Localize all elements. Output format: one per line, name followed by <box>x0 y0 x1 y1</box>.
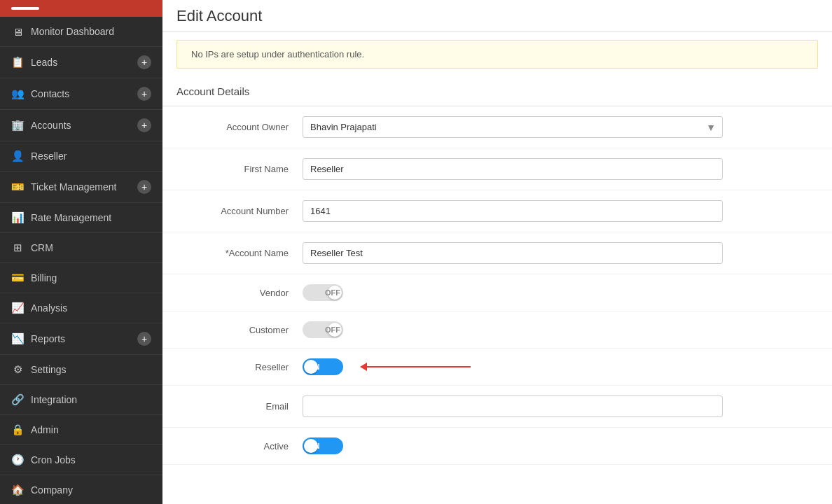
sidebar-item-ticket-management[interactable]: 🎫 Ticket Management + <box>0 172 162 203</box>
reseller-label: Reseller <box>176 362 303 372</box>
logo-bar <box>11 7 39 10</box>
sidebar-label-contacts: Contacts <box>31 88 69 99</box>
page-header: Edit Account <box>162 0 832 31</box>
active-toggle-container: ON <box>303 438 723 454</box>
account-owner-select-wrapper: Bhavin Prajapati ▼ <box>303 116 723 138</box>
first-name-label: First Name <box>176 164 303 174</box>
vendor-label: Vendor <box>176 288 303 298</box>
customer-label: Customer <box>176 325 303 335</box>
active-label: Active <box>176 441 303 451</box>
reseller-icon: 👤 <box>11 150 24 162</box>
ticket-icon: 🎫 <box>11 181 24 193</box>
vendor-row: Vendor OFF <box>162 274 832 312</box>
sidebar-item-company[interactable]: 🏠 Company <box>0 475 162 504</box>
sidebar-logo <box>0 0 162 17</box>
customer-row: Customer OFF <box>162 312 832 349</box>
sidebar-item-billing[interactable]: 💳 Billing <box>0 263 162 293</box>
sidebar-item-admin[interactable]: 🔒 Admin <box>0 415 162 445</box>
account-owner-select[interactable]: Bhavin Prajapati <box>303 116 723 138</box>
sidebar-item-reseller[interactable]: 👤 Reseller <box>0 141 162 172</box>
account-owner-row: Account Owner Bhavin Prajapati ▼ <box>162 106 832 148</box>
red-arrow-icon <box>366 366 471 368</box>
reseller-toggle-container: ON <box>303 358 723 375</box>
vendor-control: OFF <box>303 284 723 301</box>
monitor-icon: 🖥 <box>11 25 24 38</box>
active-row: Active ON <box>162 428 832 465</box>
crm-icon: ⊞ <box>11 241 24 254</box>
sidebar-item-settings[interactable]: ⚙ Settings <box>0 355 162 385</box>
accounts-icon: 🏢 <box>11 119 24 132</box>
sidebar-item-monitor-dashboard[interactable]: 🖥 Monitor Dashboard <box>0 17 162 47</box>
active-toggle[interactable]: ON <box>303 438 343 454</box>
account-number-control <box>303 200 723 222</box>
vendor-toggle-container: OFF <box>303 284 723 301</box>
sidebar-label-reseller: Reseller <box>31 150 67 162</box>
sidebar-label-rate: Rate Management <box>31 212 111 223</box>
customer-toggle-label: OFF <box>325 326 340 334</box>
ticket-add-button[interactable]: + <box>137 180 151 194</box>
account-name-label: *Account Name <box>176 248 303 258</box>
sidebar-item-analysis[interactable]: 📈 Analysis <box>0 293 162 323</box>
customer-control: OFF <box>303 321 723 338</box>
sidebar-item-integration[interactable]: 🔗 Integration <box>0 385 162 415</box>
sidebar-label-reports: Reports <box>31 333 65 344</box>
sidebar-item-contacts[interactable]: 👥 Contacts + <box>0 78 162 110</box>
first-name-control <box>303 158 723 180</box>
sidebar-item-cron-jobs[interactable]: 🕐 Cron Jobs <box>0 445 162 475</box>
account-owner-control: Bhavin Prajapati ▼ <box>303 116 723 138</box>
main-content: Edit Account No IPs are setup under auth… <box>162 0 832 504</box>
rate-icon: 📊 <box>11 211 24 224</box>
accounts-add-button[interactable]: + <box>137 118 151 132</box>
sidebar-label-ticket: Ticket Management <box>31 181 116 192</box>
sidebar-item-accounts[interactable]: 🏢 Accounts + <box>0 110 162 141</box>
account-number-input[interactable] <box>303 200 723 222</box>
sidebar-label-leads: Leads <box>31 57 57 68</box>
contacts-add-button[interactable]: + <box>137 87 151 101</box>
sidebar-item-leads[interactable]: 📋 Leads + <box>0 47 162 78</box>
sidebar-label-cron: Cron Jobs <box>31 454 76 465</box>
billing-icon: 💳 <box>11 272 24 284</box>
email-input[interactable] <box>303 396 723 417</box>
sidebar-item-rate-management[interactable]: 📊 Rate Management <box>0 203 162 233</box>
admin-icon: 🔒 <box>11 424 24 436</box>
reseller-toggle-label: ON <box>308 363 320 371</box>
sidebar-item-crm[interactable]: ⊞ CRM <box>0 233 162 263</box>
cron-icon: 🕐 <box>11 454 24 466</box>
email-row: Email <box>162 386 832 428</box>
page-title: Edit Account <box>176 7 818 25</box>
analysis-icon: 📈 <box>11 302 24 314</box>
reseller-control: ON <box>303 358 723 375</box>
integration-icon: 🔗 <box>11 393 24 406</box>
email-control <box>303 396 723 417</box>
contacts-icon: 👥 <box>11 88 24 100</box>
sidebar-label-integration: Integration <box>31 394 77 405</box>
sidebar-label-analysis: Analysis <box>31 302 67 314</box>
active-toggle-label: ON <box>308 442 320 450</box>
settings-icon: ⚙ <box>11 363 24 376</box>
first-name-row: First Name <box>162 148 832 190</box>
first-name-input[interactable] <box>303 158 723 180</box>
sidebar-label-billing: Billing <box>31 272 57 284</box>
sidebar-label-crm: CRM <box>31 242 53 253</box>
company-icon: 🏠 <box>11 484 24 496</box>
customer-toggle[interactable]: OFF <box>303 321 343 338</box>
account-number-label: Account Number <box>176 206 303 216</box>
account-number-row: Account Number <box>162 190 832 232</box>
section-title: Account Details <box>162 77 832 106</box>
sidebar-label-accounts: Accounts <box>31 120 71 131</box>
alert-banner: No IPs are setup under authentication ru… <box>176 40 818 69</box>
active-control: ON <box>303 438 723 454</box>
sidebar: 🖥 Monitor Dashboard 📋 Leads + 👥 Contacts… <box>0 0 162 504</box>
customer-toggle-container: OFF <box>303 321 723 338</box>
email-label: Email <box>176 401 303 412</box>
reports-add-button[interactable]: + <box>137 332 151 346</box>
sidebar-label-admin: Admin <box>31 424 59 435</box>
sidebar-item-reports[interactable]: 📉 Reports + <box>0 323 162 355</box>
reports-icon: 📉 <box>11 332 24 345</box>
leads-icon: 📋 <box>11 56 24 69</box>
vendor-toggle[interactable]: OFF <box>303 284 343 301</box>
account-name-input[interactable] <box>303 242 723 264</box>
leads-add-button[interactable]: + <box>137 55 151 69</box>
vendor-toggle-label: OFF <box>325 289 340 297</box>
reseller-toggle[interactable]: ON <box>303 358 343 375</box>
